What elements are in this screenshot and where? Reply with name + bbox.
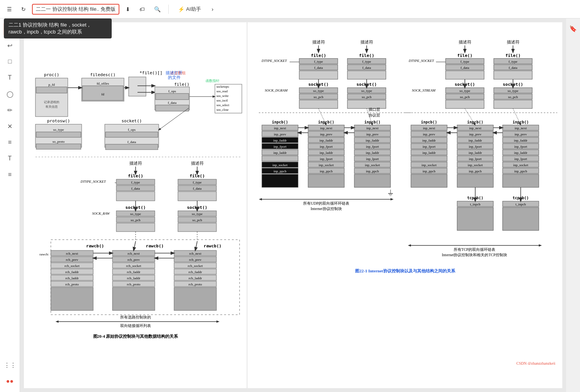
svg-text:file(): file() [457, 53, 473, 58]
svg-text:描述符: 描述符 [507, 40, 520, 44]
fig20-diagram: proc() p_fd 记录进程的 有关信息 filedesc() fd_ofi… [28, 26, 243, 365]
svg-rect-44 [106, 132, 158, 137]
svg-text:soo_ioctl: soo_ioctl [216, 99, 228, 102]
svg-rect-298 [411, 174, 447, 187]
svg-text:有关信息: 有关信息 [45, 105, 58, 108]
search-button[interactable]: 🔍 [151, 5, 164, 14]
refresh-button[interactable]: ↻ [18, 5, 29, 14]
sidebar-list[interactable]: ≡ [3, 135, 17, 149]
page-area: proc() p_fd 记录进程的 有关信息 filedesc() fd_ofi… [24, 22, 562, 388]
svg-text:so_type: so_type [459, 89, 470, 93]
svg-rect-293 [411, 156, 447, 161]
svg-rect-112 [112, 287, 155, 310]
tag-button[interactable]: 🏷 [136, 5, 148, 14]
svg-line-131 [134, 242, 136, 250]
svg-text:inp_socket: inp_socket [319, 163, 334, 167]
download-button[interactable]: ⬇ [122, 5, 133, 14]
page-left: proc() p_fd 记录进程的 有关信息 filedesc() fd_ofi… [24, 22, 247, 388]
bookmark-button[interactable]: 🔖 [567, 22, 579, 35]
right-toolbar: 🔖 [566, 18, 580, 35]
sidebar-dots[interactable]: ●● [3, 374, 17, 388]
fig22-diagram: 描述符 描述符 file() f_type f_data file() f_ty… [251, 26, 562, 365]
svg-rect-169 [347, 100, 386, 108]
svg-rect-25 [156, 105, 189, 111]
sidebar-grid[interactable]: ⋮⋮ [3, 358, 17, 372]
sidebar-edit[interactable]: ✏ [3, 103, 17, 117]
sidebar-back[interactable]: ↩ [3, 38, 17, 52]
svg-text:inp_faddr: inp_faddr [366, 138, 379, 142]
svg-text:Internet协议控制块和相关的TCP控制块: Internet协议控制块和相关的TCP控制块 [442, 253, 507, 257]
sidebar-lines[interactable]: ≡ [3, 168, 17, 182]
svg-text:插口层: 插口层 [369, 107, 380, 112]
svg-text:inp_ppcb: inp_ppcb [469, 169, 482, 173]
svg-rect-230 [354, 174, 391, 187]
ai-assistant-button[interactable]: ⚡ AI助手 [173, 4, 205, 14]
svg-text:so_pcb: so_pcb [192, 218, 202, 222]
svg-text:inp_faddr: inp_faddr [514, 138, 528, 142]
svg-text:f_type: f_type [362, 60, 371, 63]
svg-text:协议层: 协议层 [369, 113, 380, 117]
svg-rect-23 [156, 93, 189, 100]
svg-text:f_type: f_type [461, 60, 469, 63]
svg-rect-344 [457, 207, 493, 230]
svg-marker-136 [55, 320, 59, 323]
svg-text:描述符: 描述符 [360, 40, 373, 44]
svg-text:p_fd: p_fd [49, 83, 55, 87]
svg-text:f_data: f_data [131, 187, 140, 190]
sidebar-shape[interactable]: ◯ [3, 87, 17, 101]
svg-text:inp_next: inp_next [366, 126, 379, 130]
ai-label: AI助手 [186, 6, 201, 13]
title-area: 二二一 协议控制块 结构 file.. 免费版 [32, 4, 119, 15]
sidebar-crop[interactable]: □ [3, 55, 17, 68]
svg-text:inp_next: inp_next [274, 126, 286, 130]
svg-text:inp_lport: inp_lport [320, 157, 333, 161]
svg-rect-78 [178, 223, 216, 232]
tooltip: 二二1 协议控制块 结构 file，socket，rawcb，inpcb，tcp… [4, 18, 112, 38]
svg-text:inpcb(): inpcb() [421, 120, 437, 124]
svg-text:f_ops: f_ops [168, 89, 176, 93]
menu-button[interactable]: ☰ [4, 5, 15, 14]
svg-text:inp_fport: inp_fport [469, 145, 482, 148]
svg-marker-352 [408, 244, 411, 247]
svg-text:soo_close: soo_close [216, 108, 229, 112]
svg-text:f_type: f_type [314, 60, 323, 63]
svg-rect-125 [174, 287, 216, 310]
svg-text:inp_fport: inp_fport [320, 145, 333, 148]
svg-text:inp_laddr: inp_laddr [469, 151, 482, 155]
svg-text:socket(): socket() [122, 118, 142, 123]
svg-text:inpcb(): inpcb() [364, 120, 381, 124]
svg-text:inp_fport: inp_fport [422, 145, 436, 148]
svg-text:inp_socket: inp_socket [273, 163, 288, 167]
svg-text:rcb_prev: rcb_prev [127, 258, 140, 262]
svg-rect-149 [299, 71, 338, 79]
more-button[interactable]: › [209, 5, 217, 14]
svg-text:protosw(): protosw() [47, 118, 70, 123]
svg-text:inp_socket: inp_socket [468, 163, 483, 167]
ai-icon: ⚡ [178, 6, 184, 12]
sidebar-close[interactable]: ✕ [3, 119, 17, 133]
svg-text:fd: fd [101, 92, 104, 96]
menu-icon: ☰ [7, 6, 12, 12]
svg-text:f_data: f_data [362, 66, 371, 70]
svg-text:inp_ppcb: inp_ppcb [514, 169, 527, 173]
svg-text:rcb_socket: rcb_socket [126, 264, 141, 268]
svg-text:so_type: so_type [313, 89, 324, 93]
svg-text:file(): file() [174, 82, 189, 87]
svg-marker-353 [539, 244, 542, 247]
svg-text:inp_faddr: inp_faddr [320, 138, 333, 142]
svg-line-47 [159, 108, 189, 130]
svg-text:rcb_proto: rcb_proto [65, 282, 79, 286]
svg-text:rcb_faddr: rcb_faddr [127, 270, 141, 274]
svg-text:rcb_laddr: rcb_laddr [65, 276, 79, 280]
svg-text:f_data: f_data [168, 101, 177, 105]
svg-text:inp_prev: inp_prev [366, 132, 379, 136]
svg-text:proc(): proc() [44, 72, 59, 77]
svg-text:inp_fport: inp_fport [514, 145, 527, 148]
svg-rect-99 [51, 287, 93, 310]
sidebar-text[interactable]: T [3, 71, 17, 85]
svg-text:rcb_prev: rcb_prev [66, 258, 78, 262]
sidebar-text2[interactable]: T [3, 152, 17, 165]
svg-text:file(): file() [359, 53, 374, 58]
svg-text:函数指针: 函数指针 [206, 79, 220, 83]
svg-text:so_type: so_type [192, 212, 203, 216]
